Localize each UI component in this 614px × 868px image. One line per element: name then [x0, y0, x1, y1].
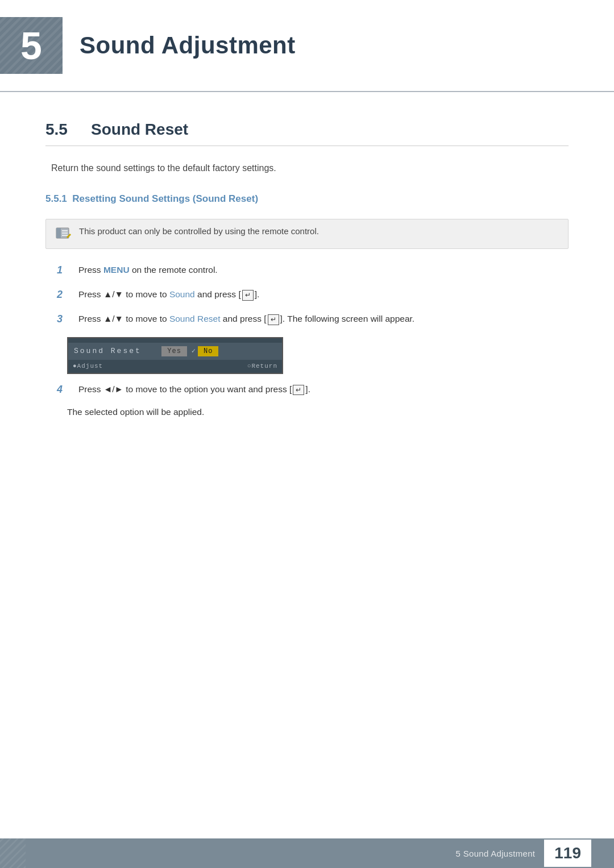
steps-list: 1 Press MENU on the remote control. 2 Pr… [57, 263, 569, 327]
step-1-number: 1 [57, 263, 74, 277]
footer-page-number: 119 [544, 840, 591, 867]
step-4: 4 Press ◄/► to move to the option you wa… [57, 383, 569, 397]
subsection-title: Resetting Sound Settings (Sound Reset) [72, 193, 258, 204]
tv-screen: Sound Reset Yes ✓ No ●Adjust ○Return [67, 337, 283, 374]
chapter-number-box: 5 [0, 17, 63, 74]
tv-adjust-label: ●Adjust [73, 363, 103, 369]
step-3: 3 Press ▲/▼ to move to Sound Reset and p… [57, 312, 569, 326]
step-4-number: 4 [57, 383, 74, 397]
note-text: This product can only be controlled by u… [79, 226, 319, 236]
page-footer: 5 Sound Adjustment 119 [0, 838, 614, 868]
tv-screen-inner: Sound Reset Yes ✓ No [68, 343, 282, 360]
content-area: 5.5 Sound Reset Return the sound setting… [0, 92, 614, 463]
step-3-number: 3 [57, 312, 74, 326]
tv-yes-button: Yes [161, 346, 187, 356]
tv-no-button: No [198, 346, 218, 356]
step-1-text: Press MENU on the remote control. [78, 263, 218, 276]
footer-diagonal-bg [0, 838, 26, 868]
subsection-number: 5.5.1 [45, 193, 67, 204]
section-title: Sound Reset [91, 121, 188, 139]
menu-keyword: MENU [103, 265, 130, 275]
sound-keyword-1: Sound [169, 289, 195, 299]
step-2-text: Press ▲/▼ to move to Sound and press [↵]… [78, 288, 259, 301]
step-4-subnote: The selected option will be applied. [67, 407, 569, 417]
enter-icon-2: ↵ [268, 314, 279, 325]
tv-return-label: ○Return [247, 363, 277, 369]
note-box: This product can only be controlled by u… [45, 219, 569, 249]
section-number: 5.5 [45, 121, 80, 139]
note-icon [55, 227, 72, 242]
svg-rect-1 [56, 228, 61, 238]
tv-screen-container: Sound Reset Yes ✓ No ●Adjust ○Return [67, 337, 569, 374]
step-4-text: Press ◄/► to move to the option you want… [78, 383, 310, 396]
enter-icon-1: ↵ [242, 290, 254, 300]
tv-menu-row: Sound Reset Yes ✓ No [74, 346, 276, 356]
enter-icon-3: ↵ [293, 385, 304, 395]
footer-chapter-text: 5 Sound Adjustment [456, 849, 536, 858]
section-heading: 5.5 Sound Reset [45, 121, 569, 146]
step-2: 2 Press ▲/▼ to move to Sound and press [… [57, 288, 569, 302]
step-4-list: 4 Press ◄/► to move to the option you wa… [57, 383, 569, 397]
step-3-text: Press ▲/▼ to move to Sound Reset and pre… [78, 312, 414, 325]
chapter-number: 5 [20, 26, 42, 65]
tv-bottom-row: ●Adjust ○Return [68, 360, 282, 373]
step-2-number: 2 [57, 288, 74, 302]
sound-reset-keyword: Sound Reset [169, 314, 221, 323]
chapter-header: 5 Sound Adjustment [0, 0, 614, 92]
tv-sound-reset-label: Sound Reset [74, 347, 142, 355]
chapter-title: Sound Adjustment [80, 32, 296, 59]
section-description: Return the sound settings to the default… [51, 163, 569, 173]
subsection-heading: 5.5.1 Resetting Sound Settings (Sound Re… [45, 193, 569, 205]
step-1: 1 Press MENU on the remote control. [57, 263, 569, 277]
